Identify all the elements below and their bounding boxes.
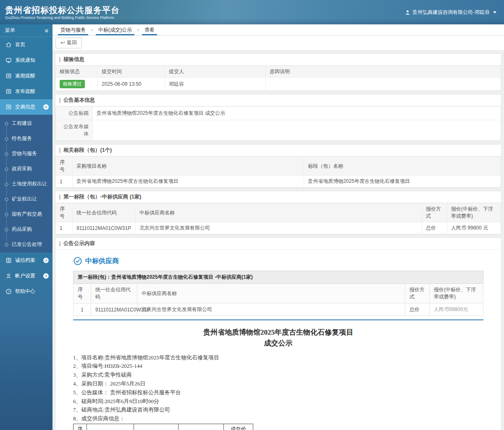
list-icon — [5, 257, 12, 264]
quote-type-cell: 总价 — [405, 303, 429, 316]
supplier-name-cell: 北京尚古世界文化发展有限公司 — [137, 303, 405, 316]
supplier-name-cell: 北京尚古世界文化发展有限公司 — [136, 222, 422, 234]
document-title: 贵州省地质博物馆2025年度古生物化石修复项目 成交公示 — [73, 327, 483, 349]
section-title: 第一标段（包）-中标供应商 (1家) — [55, 191, 501, 203]
section-notice-content: 公告公示内容 中标供应商 第一标段(包)：贵州省地质博物2025年度古生物化石修… — [55, 237, 501, 430]
document-supplier-table: 序号 成交供应商名称 供应商地址 主要成交内容 成交价（元） 1 北京尚古世界文… — [73, 424, 253, 430]
svg-text:?: ? — [8, 290, 9, 293]
award-table: 第一标段(包)：贵州省地质博物2025年度古生物化石修复项目 -中标供应商(1家… — [73, 271, 483, 316]
chevron-right-icon — [43, 273, 49, 279]
document-text-top: 1、项目名称:贵州省地质博物馆2025年度古生物化石修复项目 2、项目编号:HD… — [73, 353, 483, 423]
submenu-item-state-property[interactable]: 国有产权交易 — [0, 206, 52, 222]
col-header: 报价(中标价、下浮率或费率) — [429, 284, 483, 303]
award-band-row: 第一标段(包)：贵州省地质博物2025年度古生物化石修复项目 -中标供应商(1家… — [74, 271, 483, 284]
content-scroll-area[interactable]: 核验信息 核验状态 提交时间 提交人 原因说明 核验通过 2025-06-09 … — [52, 51, 504, 430]
sidebar-item-credit-archive[interactable]: 诚信档案 — [0, 253, 52, 268]
section-title: 核验信息 — [55, 54, 501, 66]
caret-down-icon — [493, 11, 496, 13]
monitor-icon — [5, 57, 12, 63]
basic-info-table: 公告标题 贵州省地质博物馆2025年度古生物化石修复项目 成交公示 公告发布媒体 — [55, 106, 501, 141]
publish-media-value — [93, 120, 501, 141]
document-icon — [5, 73, 12, 79]
sidebar-item-label: 系统通知 — [15, 57, 35, 64]
document-title-line2: 成交公示 — [73, 338, 483, 349]
sidebar-item-label: 首页 — [15, 41, 25, 48]
user-icon — [405, 10, 410, 15]
submenu-item-published-notices[interactable]: 已发公告处理 — [0, 237, 52, 252]
chevron-down-icon — [43, 104, 49, 110]
table-header-row: 序号 统一社会信用代码 中标供应商名称 报价方式 报价(中标价、下浮率或费率) — [56, 203, 501, 222]
table-row: 1 91110112MA01C0W31P 北京尚古世界文化发展有限公司 总价 人… — [56, 222, 501, 234]
col-header: 序号 — [74, 284, 91, 303]
section-related-lots: 相关标段（包）(1个) 序号 采购项目名称 标段（包）名称 1 贵州省地质博物2… — [55, 144, 501, 188]
sidebar-item-label: 发布提醒 — [15, 88, 35, 95]
table-row: 1 贵州省地质博物2025年度古生物化石修复项目 贵州省地质博物2025年度古生… — [56, 176, 501, 187]
winning-supplier-table: 序号 统一社会信用代码 中标供应商名称 报价方式 报价(中标价、下浮率或费率) … — [55, 203, 501, 234]
submenu-item-engineering[interactable]: 工程建设 — [0, 116, 52, 131]
col-header: 主要成交内容 — [178, 424, 224, 430]
section-title: 公告公示内容 — [55, 238, 501, 250]
seq-cell: 1 — [74, 303, 91, 316]
sidebar: 菜单 ≡ 首页 系统通知 逾期提醒 发布提醒 — [0, 24, 52, 430]
app-title: 贵州省招标投标公共服务平台 — [5, 5, 120, 15]
announcement-document: 贵州省地质博物馆2025年度古生物化石修复项目 成交公示 1、项目名称:贵州省地… — [73, 327, 483, 430]
sidebar-item-notifications[interactable]: 系统通知 — [0, 53, 52, 68]
breadcrumb: 货物与服务 › 中标(成交)公示 › 查看 — [52, 24, 504, 36]
table-row: 核验通过 2025-06-09 13:50 邓廷容 — [56, 78, 501, 91]
table-row: 公告发布媒体 — [56, 120, 501, 141]
seq-cell: 1 — [56, 222, 73, 234]
col-header: 原因说明 — [266, 66, 501, 78]
submenu-item-drug-procurement[interactable]: 药品采购 — [0, 222, 52, 237]
chevron-right-icon — [43, 258, 49, 263]
col-header: 供应商地址 — [134, 424, 178, 430]
app-subtitle: GuiZhou Province Tendering and Bidding P… — [5, 16, 120, 20]
sidebar-item-publish-reminder[interactable]: 发布提醒 — [0, 84, 52, 99]
credit-code-cell: 91110112MA01C0W31P — [91, 303, 137, 316]
col-header: 统一社会信用代码 — [91, 284, 137, 303]
section-verify-info: 核验信息 核验状态 提交时间 提交人 原因说明 核验通过 2025-06-09 … — [55, 53, 501, 91]
app-header: 贵州省招标投标公共服务平台 GuiZhou Province Tendering… — [0, 0, 504, 24]
menu-label: 菜单 — [5, 27, 15, 34]
submenu-item-goods-services[interactable]: 货物与服务 — [0, 146, 52, 161]
submenu-item-gov-procurement[interactable]: 政府采购 — [0, 161, 52, 176]
col-header: 中标供应商名称 — [137, 284, 405, 303]
table-row: 公告标题 贵州省地质博物馆2025年度古生物化石修复项目 成交公示 — [56, 107, 501, 120]
field-label: 公告标题 — [56, 107, 93, 120]
col-header: 成交供应商名称 — [87, 424, 134, 430]
main-area: 货物与服务 › 中标(成交)公示 › 查看 ↩ 返回 核验信息 核验状态 提交时… — [52, 24, 504, 430]
sidebar-menu-header: 菜单 ≡ — [0, 24, 52, 37]
sidebar-item-overdue-reminder[interactable]: 逾期提醒 — [0, 68, 52, 84]
sidebar-item-label: 诚信档案 — [15, 257, 35, 264]
notice-body: 中标供应商 第一标段(包)：贵州省地质博物2025年度古生物化石修复项目 -中标… — [55, 250, 501, 430]
sidebar-item-home[interactable]: 首页 — [0, 37, 52, 53]
notice-title-value: 贵州省地质博物馆2025年度古生物化石修复项目 成交公示 — [93, 107, 501, 120]
sidebar-item-account-settings[interactable]: 帐户设置 — [0, 268, 52, 284]
col-header: 序号 — [74, 424, 87, 430]
quote-value-cell: 人民币 99800 元 — [447, 222, 501, 234]
user-menu[interactable]: 贵州弘典建设咨询有限公司-邓廷容 — [405, 9, 496, 16]
supplier-heading-label: 中标供应商 — [85, 257, 119, 266]
document-title-line1: 贵州省地质博物馆2025年度古生物化石修复项目 — [73, 327, 483, 338]
breadcrumb-item-view[interactable]: 查看 — [139, 24, 160, 35]
sidebar-item-help-center[interactable]: ? 帮助中心 — [0, 284, 52, 299]
divider — [73, 319, 483, 320]
sidebar-item-label: 帮助中心 — [15, 288, 35, 295]
target-check-icon — [73, 256, 82, 266]
supplier-heading: 中标供应商 — [73, 256, 483, 266]
related-lots-table: 序号 采购项目名称 标段（包）名称 1 贵州省地质博物2025年度古生物化石修复… — [55, 156, 501, 187]
section-winning-supplier: 第一标段（包）-中标供应商 (1家) 序号 统一社会信用代码 中标供应商名称 报… — [55, 191, 501, 235]
submenu-item-special-services[interactable]: 特色服务 — [0, 131, 52, 146]
breadcrumb-item-award-notice[interactable]: 中标(成交)公示 — [93, 24, 137, 35]
award-band-label: 第一标段(包)：贵州省地质博物2025年度古生物化石修复项目 -中标供应商(1家… — [74, 271, 483, 284]
breadcrumb-item-goods-services[interactable]: 货物与服务 — [55, 24, 91, 35]
back-button[interactable]: ↩ 返回 — [55, 37, 82, 48]
toolbar: ↩ 返回 — [52, 36, 504, 51]
credit-code-cell: 91110112MA01C0W31P — [73, 222, 136, 234]
section-basic-info: 公告基本信息 公告标题 贵州省地质博物馆2025年度古生物化石修复项目 成交公示… — [55, 94, 501, 141]
submenu-item-land-use[interactable]: 土地使用权出让 — [0, 176, 52, 191]
hamburger-icon[interactable]: ≡ — [45, 27, 48, 34]
table-header-row: 序号 采购项目名称 标段（包）名称 — [56, 157, 501, 176]
submenu-item-mining-rights[interactable]: 矿业权出让 — [0, 191, 52, 206]
sidebar-item-transaction-info[interactable]: 交易信息 — [0, 99, 52, 115]
col-header: 成交价（元） — [224, 424, 253, 430]
